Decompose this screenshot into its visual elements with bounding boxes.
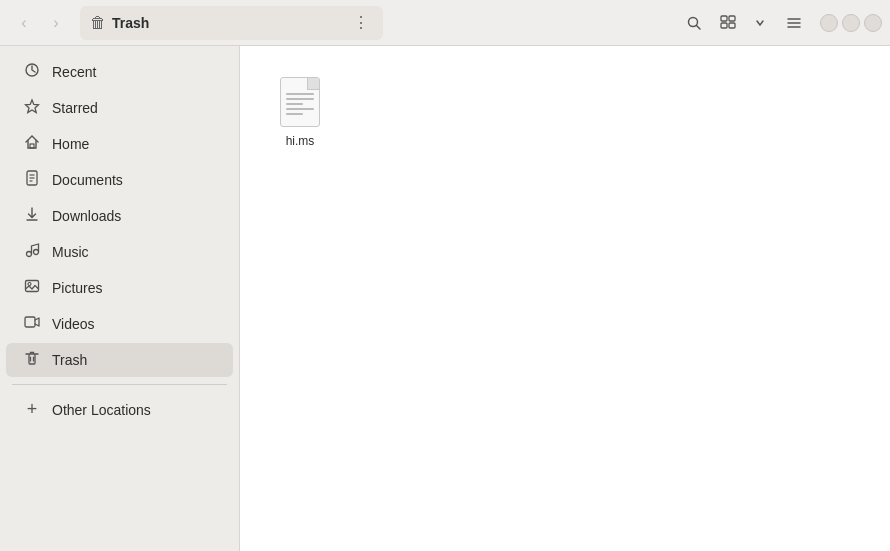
doc-line-2 xyxy=(286,98,314,100)
document-icon xyxy=(280,77,320,127)
forward-icon: › xyxy=(53,14,58,32)
sidebar-item-other-locations[interactable]: + Other Locations xyxy=(6,392,233,427)
sidebar-item-pictures[interactable]: Pictures xyxy=(6,271,233,305)
search-button[interactable] xyxy=(678,7,710,39)
doc-line-5 xyxy=(286,113,303,115)
sidebar-label-music: Music xyxy=(52,244,217,260)
sidebar-label-videos: Videos xyxy=(52,316,217,332)
sidebar-item-recent[interactable]: Recent xyxy=(6,55,233,89)
view-dropdown-button[interactable] xyxy=(744,7,776,39)
recent-icon xyxy=(22,62,42,82)
nav-buttons: ‹ › xyxy=(8,7,72,39)
doc-lines xyxy=(286,93,314,115)
titlebar-actions xyxy=(678,7,810,39)
documents-icon xyxy=(22,170,42,190)
doc-line-1 xyxy=(286,93,314,95)
sidebar-item-home[interactable]: Home xyxy=(6,127,233,161)
svg-point-19 xyxy=(34,250,39,255)
file-area: hi.ms xyxy=(240,46,890,551)
sidebar-label-recent: Recent xyxy=(52,64,217,80)
sidebar-label-documents: Documents xyxy=(52,172,217,188)
doc-line-4 xyxy=(286,108,314,110)
forward-button[interactable]: › xyxy=(40,7,72,39)
sidebar-item-videos[interactable]: Videos xyxy=(6,307,233,341)
search-icon xyxy=(686,15,702,31)
location-menu-button[interactable]: ⋮ xyxy=(349,11,373,34)
starred-icon xyxy=(22,98,42,118)
svg-marker-10 xyxy=(26,100,39,113)
main-content: Recent Starred Home xyxy=(0,46,890,551)
sidebar-item-starred[interactable]: Starred xyxy=(6,91,233,125)
sidebar-item-downloads[interactable]: Downloads xyxy=(6,199,233,233)
location-menu-icon: ⋮ xyxy=(353,14,369,31)
location-title: Trash xyxy=(112,15,343,31)
file-item[interactable]: hi.ms xyxy=(260,66,340,158)
svg-rect-5 xyxy=(729,23,735,28)
location-icon: 🗑 xyxy=(90,14,106,32)
chevron-down-icon xyxy=(755,18,765,28)
minimize-button[interactable]: − xyxy=(820,14,838,32)
sidebar-label-home: Home xyxy=(52,136,217,152)
svg-point-21 xyxy=(28,283,31,286)
sidebar-divider xyxy=(12,384,227,385)
file-name: hi.ms xyxy=(286,134,315,150)
list-view-button[interactable] xyxy=(778,7,810,39)
svg-rect-22 xyxy=(25,317,35,327)
sidebar: Recent Starred Home xyxy=(0,46,240,551)
home-icon xyxy=(22,134,42,154)
pictures-icon xyxy=(22,278,42,298)
svg-rect-3 xyxy=(729,16,735,21)
maximize-icon: □ xyxy=(848,17,854,28)
sidebar-item-documents[interactable]: Documents xyxy=(6,163,233,197)
file-icon-wrapper xyxy=(276,74,324,130)
back-button[interactable]: ‹ xyxy=(8,7,40,39)
sidebar-item-trash[interactable]: Trash xyxy=(6,343,233,377)
trash-icon xyxy=(22,350,42,370)
sidebar-label-downloads: Downloads xyxy=(52,208,217,224)
sidebar-item-music[interactable]: Music xyxy=(6,235,233,269)
other-locations-icon: + xyxy=(22,399,42,420)
back-icon: ‹ xyxy=(21,14,26,32)
file-grid: hi.ms xyxy=(260,66,870,158)
view-toggle-group xyxy=(712,7,776,39)
sidebar-label-trash: Trash xyxy=(52,352,217,368)
svg-rect-2 xyxy=(721,16,727,21)
svg-rect-4 xyxy=(721,23,727,28)
svg-line-1 xyxy=(697,25,701,29)
svg-rect-20 xyxy=(26,281,39,292)
window-controls: − □ ✕ xyxy=(820,14,882,32)
music-icon xyxy=(22,242,42,262)
minimize-icon: − xyxy=(826,17,832,28)
doc-line-3 xyxy=(286,103,303,105)
sidebar-label-starred: Starred xyxy=(52,100,217,116)
svg-point-18 xyxy=(27,252,32,257)
close-icon: ✕ xyxy=(869,17,877,28)
titlebar: ‹ › 🗑 Trash ⋮ xyxy=(0,0,890,46)
sidebar-label-other-locations: Other Locations xyxy=(52,402,217,418)
sidebar-label-pictures: Pictures xyxy=(52,280,217,296)
location-bar[interactable]: 🗑 Trash ⋮ xyxy=(80,6,383,40)
maximize-button[interactable]: □ xyxy=(842,14,860,32)
videos-icon xyxy=(22,314,42,334)
downloads-icon xyxy=(22,206,42,226)
grid-view-icon xyxy=(720,15,736,31)
list-icon xyxy=(786,15,802,31)
view-mode-button[interactable] xyxy=(712,7,744,39)
close-button[interactable]: ✕ xyxy=(864,14,882,32)
